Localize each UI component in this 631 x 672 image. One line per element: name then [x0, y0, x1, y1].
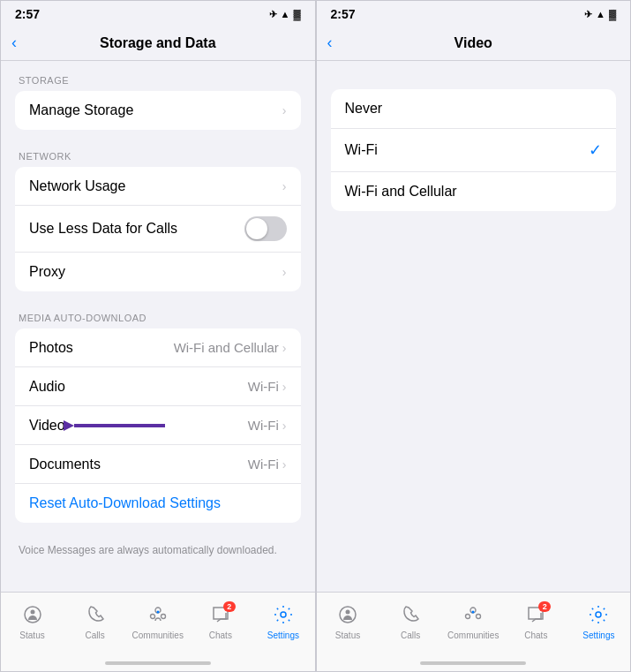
settings-tab-label: Settings — [267, 630, 299, 640]
right-status-tab-icon — [338, 605, 357, 629]
right-home-bar — [420, 661, 526, 665]
wifi-icon: ▲ — [281, 9, 290, 19]
calls-tab-label: Calls — [86, 630, 105, 640]
manage-storage-label: Manage Storage — [29, 102, 282, 118]
use-less-data-row[interactable]: Use Less Data for Calls — [15, 206, 301, 253]
video-option-list: Never Wi-Fi ✓ Wi-Fi and Cellular — [331, 89, 617, 211]
video-option-wifi-cellular[interactable]: Wi-Fi and Cellular — [331, 172, 617, 211]
documents-label: Documents — [29, 457, 248, 472]
status-tab-icon — [23, 605, 42, 629]
wifi-label: Wi-Fi — [345, 142, 590, 158]
svg-point-8 — [281, 612, 286, 617]
network-usage-label: Network Usage — [29, 178, 282, 194]
right-status-tab-label: Status — [335, 630, 360, 640]
documents-row[interactable]: Documents Wi-Fi › — [15, 445, 301, 484]
left-status-icons: ✈ ▲ ▓ — [269, 9, 301, 20]
settings-tab-icon — [274, 605, 293, 629]
audio-row[interactable]: Audio Wi-Fi › — [15, 367, 301, 406]
photos-row[interactable]: Photos Wi-Fi and Cellular › — [15, 328, 301, 367]
chats-badge: 2 — [223, 601, 236, 612]
left-home-indicator — [1, 655, 315, 671]
right-status-icons: ✈ ▲ ▓ — [584, 9, 616, 20]
right-tab-chats[interactable]: 2 Chats — [505, 596, 567, 648]
svg-point-10 — [346, 609, 350, 614]
use-less-data-label: Use Less Data for Calls — [29, 221, 244, 237]
right-nav-title: Video — [454, 35, 492, 51]
video-value: Wi-Fi — [248, 418, 279, 433]
media-section-label: MEDIA AUTO-DOWNLOAD — [1, 309, 315, 328]
manage-storage-chevron: › — [282, 103, 287, 117]
right-chats-tab-label: Chats — [524, 630, 547, 640]
media-group: Photos Wi-Fi and Cellular › Audio Wi-Fi … — [15, 328, 301, 523]
svg-point-13 — [477, 614, 481, 618]
audio-chevron: › — [282, 380, 287, 394]
right-tab-bar: Status Calls Communities 2 — [317, 592, 631, 655]
never-label: Never — [345, 101, 603, 117]
left-status-bar: 2:57 ✈ ▲ ▓ — [1, 1, 315, 26]
right-communities-tab-icon — [463, 605, 483, 629]
right-back-button[interactable]: ‹ — [327, 34, 333, 52]
right-chats-tab-icon: 2 — [526, 605, 545, 629]
documents-value: Wi-Fi — [248, 457, 279, 472]
right-panel: 2:57 ✈ ▲ ▓ ‹ Video Never Wi-Fi ✓ Wi-Fi a… — [316, 0, 632, 672]
right-battery-icon: ▓ — [609, 9, 616, 19]
right-tab-calls[interactable]: Calls — [379, 596, 442, 648]
left-back-button[interactable]: ‹ — [11, 34, 17, 52]
right-airplane-icon: ✈ — [584, 9, 592, 20]
audio-label: Audio — [29, 379, 248, 395]
right-tab-settings[interactable]: Settings — [567, 596, 630, 648]
left-panel: 2:57 ✈ ▲ ▓ ‹ Storage and Data STORAGE Ma… — [0, 0, 316, 672]
video-option-wifi[interactable]: Wi-Fi ✓ — [331, 129, 617, 172]
svg-point-14 — [472, 610, 475, 613]
right-tab-status[interactable]: Status — [317, 596, 379, 648]
network-group: Network Usage › Use Less Data for Calls … — [15, 167, 301, 291]
network-usage-row[interactable]: Network Usage › — [15, 167, 301, 206]
communities-tab-label: Communities — [132, 630, 184, 640]
left-nav-title: Storage and Data — [100, 35, 216, 51]
calls-tab-icon — [86, 605, 105, 629]
proxy-chevron: › — [282, 265, 287, 279]
video-row[interactable]: Video Wi-Fi › — [15, 406, 301, 445]
network-usage-chevron: › — [282, 179, 287, 193]
right-calls-tab-icon — [401, 605, 420, 629]
left-home-bar — [105, 661, 211, 665]
svg-point-3 — [30, 609, 34, 614]
documents-chevron: › — [282, 457, 287, 472]
left-time: 2:57 — [15, 7, 40, 21]
video-chevron: › — [282, 419, 287, 433]
left-tab-bar: Status Calls Communities — [1, 592, 315, 655]
left-tab-settings[interactable]: Settings — [252, 596, 314, 648]
wifi-cellular-label: Wi-Fi and Cellular — [345, 184, 603, 200]
left-tab-calls[interactable]: Calls — [64, 596, 126, 648]
status-tab-label: Status — [19, 630, 44, 640]
use-less-data-toggle[interactable] — [244, 216, 287, 241]
right-scroll-content: Never Wi-Fi ✓ Wi-Fi and Cellular — [317, 61, 631, 592]
left-tab-communities[interactable]: Communities — [126, 596, 189, 648]
right-status-bar: 2:57 ✈ ▲ ▓ — [317, 1, 631, 26]
svg-point-2 — [25, 607, 41, 623]
network-section-label: NETWORK — [1, 147, 315, 167]
manage-storage-row[interactable]: Manage Storage › — [15, 91, 301, 130]
airplane-icon: ✈ — [269, 9, 277, 20]
video-label: Video — [29, 418, 248, 434]
reset-label: Reset Auto-Download Settings — [29, 495, 287, 511]
left-scroll-content: STORAGE Manage Storage › NETWORK Network… — [1, 61, 315, 592]
wifi-checkmark: ✓ — [589, 140, 602, 160]
svg-point-12 — [466, 614, 470, 618]
audio-value: Wi-Fi — [248, 379, 279, 394]
svg-point-6 — [161, 614, 165, 618]
svg-point-5 — [150, 614, 154, 618]
video-option-never[interactable]: Never — [331, 89, 617, 129]
left-nav-bar: ‹ Storage and Data — [1, 26, 315, 61]
right-nav-bar: ‹ Video — [317, 26, 631, 61]
footer-note: Voice Messages are always automatically … — [1, 540, 315, 567]
left-tab-status[interactable]: Status — [1, 596, 64, 648]
svg-point-15 — [596, 612, 601, 617]
left-tab-chats[interactable]: 2 Chats — [189, 596, 252, 648]
right-communities-tab-label: Communities — [447, 630, 499, 640]
proxy-row[interactable]: Proxy › — [15, 253, 301, 291]
reset-row[interactable]: Reset Auto-Download Settings — [15, 484, 301, 523]
chats-tab-icon: 2 — [211, 605, 230, 629]
right-tab-communities[interactable]: Communities — [442, 596, 505, 648]
right-time: 2:57 — [331, 7, 356, 21]
